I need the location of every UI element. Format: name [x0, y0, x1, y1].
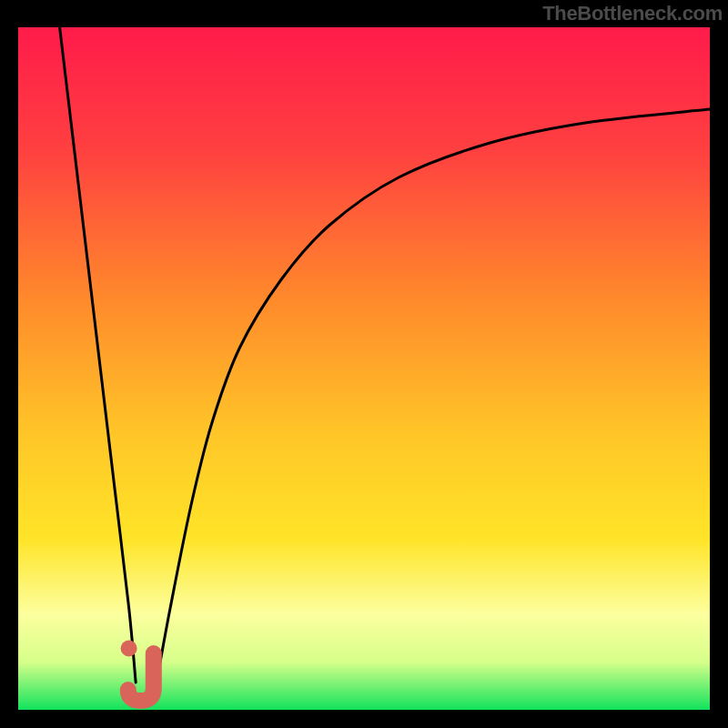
page-root: TheBottleneck.com — [0, 0, 728, 728]
watermark-text: TheBottleneck.com — [542, 2, 723, 25]
plot-frame — [18, 27, 710, 710]
plot-background-gradient — [18, 27, 710, 710]
plot-svg — [18, 27, 710, 710]
dot-marker — [121, 641, 137, 657]
